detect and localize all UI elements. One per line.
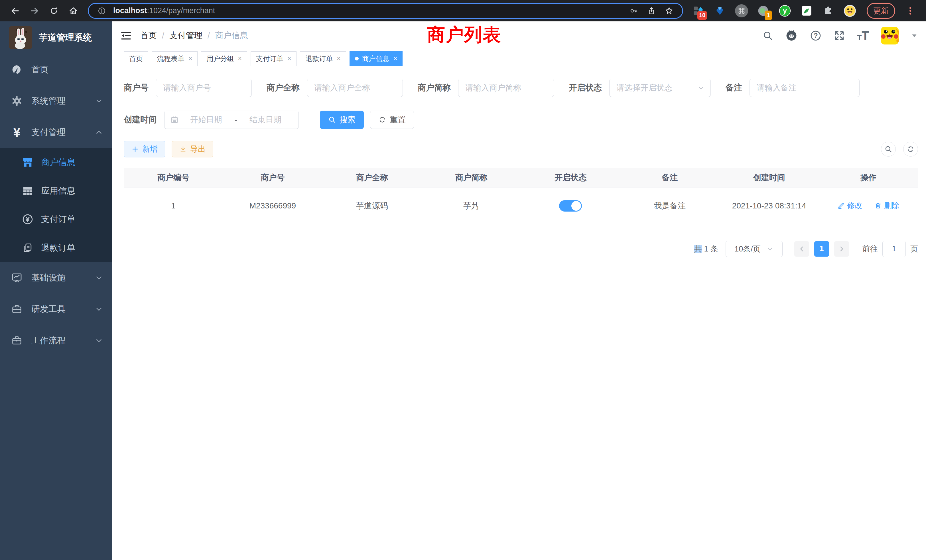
bookmark-star-icon[interactable] [663, 5, 675, 17]
chevron-down-icon [95, 97, 103, 105]
sidebar-item-infrastructure[interactable]: 基础设施 [0, 262, 112, 294]
sidebar-item-home[interactable]: 首页 [0, 54, 112, 85]
url-text: localhost:1024/pay/merchant [113, 6, 215, 15]
tab-user-group[interactable]: 用户分组× [201, 51, 247, 66]
sidebar-item-label: 工作流程 [31, 335, 65, 347]
avatar[interactable] [881, 27, 899, 44]
tab-home[interactable]: 首页 [124, 51, 148, 66]
status-select[interactable] [609, 79, 711, 97]
close-icon[interactable]: × [238, 55, 242, 62]
briefcase-icon [10, 335, 24, 346]
header-search-icon[interactable] [763, 30, 773, 41]
docs-question-icon[interactable]: ? [809, 30, 822, 42]
reset-button[interactable]: 重置 [370, 110, 414, 129]
sidebar-item-refund-order[interactable]: 退款订单 [0, 233, 112, 262]
filter-row-2: 创建时间 开始日期 - 结束日期 搜索 重置 [124, 110, 918, 129]
command-extension-icon[interactable] [735, 4, 748, 17]
sidebar-item-merchant-info[interactable]: 商户信息 [0, 148, 112, 177]
refresh-table-button[interactable] [903, 142, 918, 157]
green-y-extension-icon[interactable]: y [778, 4, 791, 17]
sidebar-item-label: 系统管理 [31, 95, 65, 107]
close-icon[interactable]: × [287, 55, 291, 62]
close-icon[interactable]: × [393, 55, 397, 62]
merchant-no-input[interactable] [156, 79, 252, 97]
col-actions: 操作 [819, 168, 918, 188]
tab-refund-order[interactable]: 退款订单× [300, 51, 346, 66]
short-name-input[interactable] [458, 79, 554, 97]
chevron-up-icon [95, 128, 103, 136]
sidebar-item-pay-order[interactable]: 支付订单 [0, 205, 112, 233]
sidebar-logo[interactable]: 芋道管理系统 [0, 21, 112, 54]
sidebar-collapse-button[interactable] [120, 30, 132, 41]
share-icon[interactable] [645, 5, 658, 17]
page-content: 商户号 商户全称 商户简称 开启状态 [112, 67, 926, 560]
prev-page-button[interactable] [794, 241, 809, 257]
app-frame: 芋道管理系统 首页 系统管理 ¥ 支付管理 商户信息 应用信息 [0, 21, 926, 560]
main-area: 商户列表 首页 / 支付管理 / 商户信息 ? TT [112, 21, 926, 560]
close-icon[interactable]: × [337, 55, 340, 62]
font-size-icon[interactable]: TT [857, 31, 869, 41]
cell-remark: 我是备注 [620, 188, 719, 224]
delete-link[interactable]: 删除 [875, 200, 899, 211]
profile-emoji-icon[interactable] [843, 4, 856, 17]
sidebar-item-app-info[interactable]: 应用信息 [0, 177, 112, 205]
sidebar-item-payment[interactable]: ¥ 支付管理 [0, 117, 112, 148]
next-page-button[interactable] [834, 241, 849, 257]
browser-forward-button[interactable] [26, 3, 43, 19]
tab-process-form[interactable]: 流程表单× [152, 51, 198, 66]
sidebar-item-system[interactable]: 系统管理 [0, 85, 112, 117]
remark-input[interactable] [749, 79, 859, 97]
address-bar[interactable]: localhost:1024/pay/merchant [88, 3, 683, 19]
dashboard-icon [10, 64, 24, 75]
add-button[interactable]: 新增 [124, 141, 165, 157]
start-date-placeholder[interactable]: 开始日期 [179, 114, 233, 125]
breadcrumb-home[interactable]: 首页 [140, 30, 157, 41]
search-button[interactable]: 搜索 [320, 110, 364, 129]
sidebar-item-workflow[interactable]: 工作流程 [0, 325, 112, 356]
sidebar-item-dev-tools[interactable]: 研发工具 [0, 294, 112, 325]
site-info-icon[interactable] [95, 5, 108, 17]
date-separator: - [233, 115, 238, 124]
password-key-icon[interactable] [628, 5, 640, 17]
goto-page-input[interactable] [882, 241, 906, 257]
session-extension-icon[interactable]: 1 [757, 4, 770, 17]
total-prefix-highlighted: 共 [694, 245, 702, 253]
tab-merchant-info[interactable]: 商户信息× [350, 51, 402, 66]
current-page-button[interactable]: 1 [814, 241, 829, 257]
browser-reload-button[interactable] [45, 3, 63, 19]
status-toggle[interactable] [559, 200, 582, 212]
gem-extension-icon[interactable] [713, 4, 726, 17]
close-icon[interactable]: × [188, 55, 192, 62]
export-button[interactable]: 导出 [172, 141, 213, 157]
browser-menu-icon[interactable] [904, 4, 917, 17]
toggle-search-button[interactable] [881, 142, 896, 157]
status-select-input[interactable] [609, 79, 711, 97]
edit-link[interactable]: 修改 [837, 200, 862, 211]
col-merchant-id: 商户编号 [124, 168, 223, 188]
browser-home-button[interactable] [64, 3, 82, 19]
avatar-caret-icon[interactable] [911, 32, 918, 39]
sidebar-item-label: 商户信息 [41, 157, 75, 168]
yen-circle-icon [21, 213, 34, 225]
leaf-extension-icon[interactable] [800, 4, 813, 17]
extensions-puzzle-icon[interactable] [822, 4, 835, 17]
github-icon[interactable] [785, 29, 798, 42]
date-range-picker[interactable]: 开始日期 - 结束日期 [164, 110, 299, 129]
url-path: :1024/pay/merchant [147, 6, 215, 15]
breadcrumb-separator: / [207, 31, 210, 41]
full-name-input[interactable] [307, 79, 403, 97]
browser-update-button[interactable]: 更新 [867, 3, 895, 19]
browser-back-button[interactable] [6, 3, 24, 19]
goto-label: 前往 [862, 244, 878, 254]
tab-pay-order[interactable]: 支付订单× [251, 51, 297, 66]
filter-remark: 备注 [726, 79, 859, 97]
col-merchant-no: 商户号 [223, 168, 322, 188]
calendar-icon [170, 115, 179, 124]
table-header-row: 商户编号 商户号 商户全称 商户简称 开启状态 备注 创建时间 操作 [124, 168, 918, 188]
sidebar-item-label: 首页 [31, 64, 48, 76]
breadcrumb-payment[interactable]: 支付管理 [169, 30, 203, 41]
page-size-select[interactable]: 10条/页 [726, 241, 782, 257]
fullscreen-icon[interactable] [834, 30, 845, 41]
tabs-extension-icon[interactable]: 10 [691, 4, 705, 17]
end-date-placeholder[interactable]: 结束日期 [238, 114, 293, 125]
